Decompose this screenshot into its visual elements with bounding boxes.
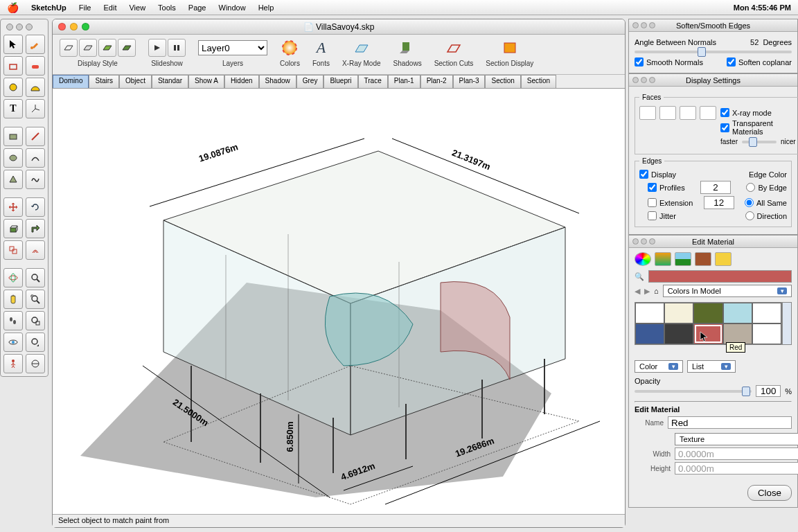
extension-input[interactable] [704, 196, 734, 209]
section-tool-icon[interactable] [26, 354, 45, 373]
swatch-cream[interactable] [664, 303, 693, 323]
scene-tab-domino[interactable]: Domino [53, 75, 89, 88]
xray-mode-checkbox[interactable]: X-ray mode [720, 108, 796, 117]
section-display-icon[interactable] [501, 39, 519, 56]
swatch-darkgrey[interactable] [664, 323, 693, 344]
face-style-2-icon[interactable] [659, 106, 676, 120]
colors-icon[interactable] [281, 39, 299, 57]
window-titlebar[interactable]: 📄 VillaSavoy4.skp [53, 19, 625, 35]
display-edges-checkbox[interactable]: Display [639, 170, 676, 179]
style-shaded-icon[interactable] [98, 39, 116, 57]
protractor-tool-icon[interactable] [26, 78, 45, 97]
line-tool-icon[interactable] [26, 127, 45, 146]
scene-tab-section-2[interactable]: Section [521, 75, 556, 88]
polygon-tool-icon[interactable] [3, 170, 23, 189]
tape-tool-icon[interactable] [3, 78, 23, 97]
swatch-empty1[interactable] [752, 303, 781, 323]
swatch-scrollbar[interactable] [782, 302, 792, 345]
menu-view[interactable]: View [129, 3, 145, 12]
smooth-normals-checkbox[interactable]: Smooth Normals [635, 57, 703, 66]
look-tool-icon[interactable] [3, 332, 23, 352]
extension-checkbox[interactable]: Extension [648, 198, 693, 207]
opacity-slider[interactable] [635, 390, 752, 393]
scene-tab-shadow[interactable]: Shadow [259, 75, 296, 88]
text-tool-icon[interactable]: T [3, 99, 23, 118]
xray-mode-icon[interactable] [353, 39, 371, 56]
scene-tab-hidden[interactable]: Hidden [224, 75, 259, 88]
material-name-input[interactable] [668, 416, 792, 429]
scene-tab-standard[interactable]: Standar [152, 75, 188, 88]
material-library-select[interactable]: Colors In Model▾ [663, 285, 792, 297]
paint-tool-icon[interactable] [26, 35, 45, 54]
rectangle-tool-icon[interactable] [3, 127, 23, 146]
swatch-blue[interactable] [635, 323, 664, 344]
app-name[interactable]: SketchUp [31, 3, 66, 12]
swatch-empty2[interactable] [752, 323, 781, 344]
previous-tool-icon[interactable] [26, 332, 45, 352]
swatch-red[interactable] [693, 323, 722, 344]
freehand-tool-icon[interactable] [26, 170, 45, 189]
walk-tool-icon[interactable] [3, 311, 23, 330]
face-style-3-icon[interactable] [680, 106, 696, 120]
swatch-white[interactable] [635, 303, 664, 323]
pause-icon[interactable] [168, 39, 186, 57]
profiles-checkbox[interactable]: Profiles [648, 183, 685, 192]
style-wireframe-icon[interactable] [60, 39, 78, 57]
soften-coplanar-checkbox[interactable]: Soften coplanar [727, 57, 792, 66]
profiles-input[interactable] [700, 181, 731, 194]
model-viewport[interactable]: 19.0876m 21.3197m 21.5000m 19.2686m 6.85… [53, 89, 625, 515]
style-hidden-icon[interactable] [79, 39, 97, 57]
jitter-checkbox[interactable]: Jitter [648, 211, 676, 220]
axes-tool-icon[interactable] [26, 99, 45, 118]
all-same-radio[interactable]: All Same [745, 198, 787, 207]
scene-tab-stairs[interactable]: Stairs [89, 75, 119, 88]
followme-tool-icon[interactable] [26, 219, 45, 238]
by-edge-radio[interactable]: By Edge [746, 183, 787, 192]
texture-width-input[interactable] [675, 447, 798, 460]
swatch-lightblue[interactable] [723, 303, 752, 323]
menu-edit[interactable]: Edit [103, 3, 116, 12]
scene-tab-plan-2[interactable]: Plan-2 [420, 75, 453, 88]
material-swatches-icon[interactable] [655, 252, 671, 266]
zoom-tool-icon[interactable] [26, 268, 45, 287]
opacity-input[interactable] [756, 385, 781, 397]
play-icon[interactable] [148, 39, 166, 57]
component-tool-icon[interactable] [3, 56, 23, 76]
pan-tool-icon[interactable] [3, 290, 23, 309]
direction-radio[interactable]: Direction [745, 211, 787, 220]
swatch-beige[interactable] [723, 323, 752, 344]
style-textured-icon[interactable] [118, 39, 136, 57]
scale-tool-icon[interactable] [3, 240, 23, 260]
zoom-extents-tool-icon[interactable] [26, 290, 45, 309]
material-brick-icon[interactable] [695, 252, 711, 266]
nav-fwd-icon[interactable]: ▶ [644, 287, 650, 296]
scene-tab-section-1[interactable]: Section [485, 75, 520, 88]
menu-file[interactable]: File [79, 3, 91, 12]
menu-tools[interactable]: Tools [158, 3, 176, 12]
layer-select[interactable]: Layer0 [198, 40, 267, 55]
list-mode-select[interactable]: List▾ [687, 360, 736, 373]
scene-tab-trace[interactable]: Trace [358, 75, 388, 88]
shadows-icon[interactable] [398, 39, 416, 56]
texture-select[interactable]: Texture▾ [675, 433, 798, 445]
scene-tab-plan-1[interactable]: Plan-1 [388, 75, 420, 88]
swatch-olive[interactable] [693, 303, 722, 323]
scene-tab-show-a[interactable]: Show A [188, 75, 224, 88]
nav-back-icon[interactable]: ◀ [635, 287, 640, 296]
rotate-tool-icon[interactable] [26, 197, 45, 217]
offset-tool-icon[interactable] [26, 240, 45, 260]
move-tool-icon[interactable] [3, 197, 23, 217]
material-folder-icon[interactable] [715, 252, 732, 266]
home-icon[interactable]: ⌂ [654, 287, 659, 295]
position-camera-tool-icon[interactable] [3, 354, 23, 373]
circle-tool-icon[interactable] [3, 148, 23, 168]
transparent-checkbox[interactable]: Transparent Materials [720, 119, 796, 136]
apple-menu-icon[interactable]: 🍎 [7, 2, 19, 13]
current-color-preview[interactable] [648, 270, 792, 283]
scene-tab-object[interactable]: Object [119, 75, 152, 88]
pushpull-tool-icon[interactable] [3, 219, 23, 238]
eraser-tool-icon[interactable] [26, 56, 45, 76]
menu-help[interactable]: Help [258, 3, 274, 12]
menu-page[interactable]: Page [188, 3, 206, 12]
face-style-1-icon[interactable] [639, 106, 656, 120]
